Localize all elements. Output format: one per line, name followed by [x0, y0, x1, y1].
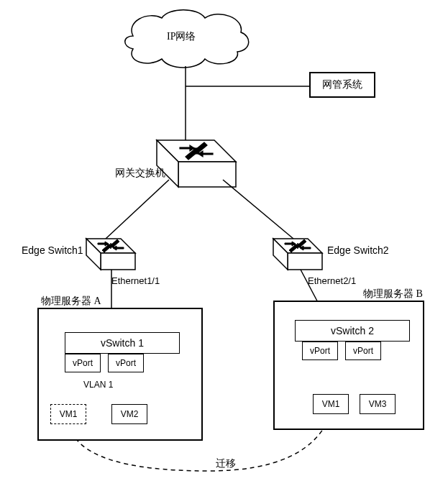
edge2-label: Edge Switch2: [327, 244, 389, 256]
vm1-b-label: VM1: [322, 399, 340, 409]
nms-label: 网管系统: [322, 78, 362, 91]
server-a-label: 物理服务器 A: [41, 295, 101, 308]
vswitch-1-label: vSwitch 1: [101, 337, 144, 349]
vm1-a-label: VM1: [60, 409, 78, 419]
svg-marker-11: [288, 253, 322, 270]
vport-a2-label: vPort: [116, 358, 136, 368]
vport-b2: vPort: [345, 342, 381, 360]
vport-b2-label: vPort: [353, 346, 373, 356]
cloud-label: IP网络: [167, 30, 196, 43]
vswitch-2: vSwitch 2: [295, 320, 410, 342]
migration-label: 迁移: [216, 457, 236, 470]
vm1-b: VM1: [313, 394, 349, 414]
vm1-a-dashed: VM1: [50, 404, 86, 424]
nms-box: 网管系统: [309, 72, 375, 98]
vswitch-2-label: vSwitch 2: [331, 325, 374, 336]
vm2-a: VM2: [111, 404, 147, 424]
vm3-b: VM3: [360, 394, 396, 414]
vm3-b-label: VM3: [369, 399, 387, 409]
svg-line-5: [106, 180, 169, 239]
svg-marker-8: [101, 253, 135, 270]
svg-line-6: [223, 180, 293, 239]
vport-b1: vPort: [302, 342, 338, 360]
edge2-iface: Ethernet2/1: [308, 275, 356, 286]
gateway-label: 网关交换机: [115, 167, 165, 180]
vport-a2: vPort: [108, 354, 144, 372]
vport-b1-label: vPort: [310, 346, 330, 356]
vswitch-1: vSwitch 1: [65, 332, 180, 354]
vlan-label: VLAN 1: [83, 380, 113, 390]
edge-switch1-shape: [86, 239, 135, 270]
server-b-label: 物理服务器 B: [363, 288, 423, 301]
vport-a1-label: vPort: [73, 358, 93, 368]
vm2-a-label: VM2: [121, 409, 139, 419]
edge1-iface: Ethernet1/1: [111, 275, 160, 286]
edge-switch2-shape: [273, 239, 322, 270]
edge1-label: Edge Switch1: [22, 244, 83, 256]
vport-a1: vPort: [65, 354, 101, 372]
